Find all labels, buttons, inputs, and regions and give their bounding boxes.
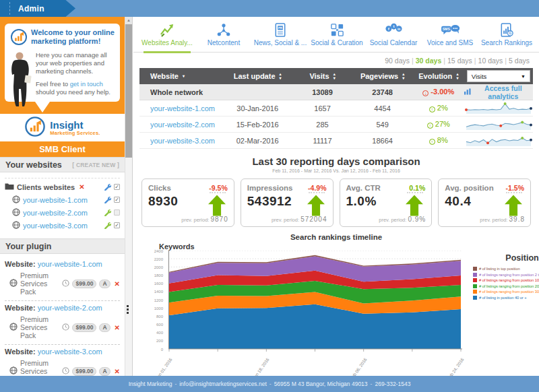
wrench-icon[interactable] xyxy=(104,196,111,203)
social-curation-icon xyxy=(309,22,365,38)
websites-analytics-icon xyxy=(139,22,195,38)
website-item: your-website-1.com✓ xyxy=(5,193,120,206)
website-label: Website: xyxy=(5,260,36,268)
evolution-value: ↑2% xyxy=(413,104,464,112)
top-bar: Admin xyxy=(0,0,539,17)
tab-label: Websites Analy... xyxy=(139,39,195,46)
header-pageviews[interactable]: Pageviews ▴▾ xyxy=(352,72,413,80)
filter-30days[interactable]: 30 days xyxy=(416,57,442,65)
tab-news-social[interactable]: PRNews, Social & ... xyxy=(252,17,309,52)
filter-separator: | xyxy=(443,57,445,65)
plugin-section-title: Your plugin xyxy=(5,242,52,251)
get-in-touch-link[interactable]: get in touch xyxy=(70,80,103,88)
legend-swatch xyxy=(473,273,477,277)
clock-icon[interactable] xyxy=(62,323,69,332)
insight-logo-icon xyxy=(10,28,28,48)
remove-plugin-button[interactable]: ✕ xyxy=(115,368,120,375)
scroll-up-button[interactable]: ▲ xyxy=(125,17,132,24)
website-link[interactable]: your-website-1.com xyxy=(139,104,222,112)
remove-plugin-button[interactable]: ✕ xyxy=(115,324,120,331)
website-checkbox[interactable] xyxy=(114,209,120,216)
legend-item: # of listings ranging from position 30 t… xyxy=(473,290,539,294)
tab-netcontent[interactable]: Netcontent xyxy=(195,17,252,52)
create-new-button[interactable]: [ CREATE NEW ] xyxy=(72,162,119,168)
sparkline-chart xyxy=(465,117,532,131)
globe-icon xyxy=(12,221,20,230)
tab-websites-analy[interactable]: Websites Analy... xyxy=(139,17,195,52)
module-tabs: Websites Analy...NetcontentPRNews, Socia… xyxy=(133,17,539,53)
wrench-icon[interactable] xyxy=(104,183,111,191)
ytick-label: 800 xyxy=(156,315,163,319)
comparison-title: Last 30 reporting days comparison xyxy=(133,156,539,167)
legend-title: Position xyxy=(473,253,539,263)
legend-item: # of listings ranging from position 2 to… xyxy=(473,273,539,277)
ytick-label: 2200 xyxy=(154,257,163,261)
ytick-label: 200 xyxy=(156,339,163,343)
tab-social-curation[interactable]: Social & Curation xyxy=(309,17,365,52)
header-website[interactable]: Website ▾ xyxy=(139,72,222,80)
kpi-card-avg-position: Avg. position-1.5%40.4prev. period: 39.8 xyxy=(438,178,531,227)
header-last-update[interactable]: Last update ▴▾ xyxy=(222,72,293,80)
website-checkbox[interactable]: ✓ xyxy=(114,222,120,228)
clock-icon[interactable] xyxy=(62,280,69,288)
legend-item: # of listing in top position xyxy=(473,267,539,271)
filter-90days[interactable]: 90 days xyxy=(385,57,410,65)
kpi-cards: Clicks-9.5%8930prev. period: 9870Impress… xyxy=(141,178,531,227)
kpi-prev-period: prev. period: 39.8 xyxy=(480,216,525,223)
kpi-change-pct: -1.5% xyxy=(506,184,524,192)
website-link[interactable]: your-website-2.com xyxy=(23,209,88,217)
delete-group-button[interactable]: ✕ xyxy=(79,183,84,191)
filter-10days[interactable]: 10 days xyxy=(478,57,503,65)
pack-name: Premium Services Pack xyxy=(20,315,59,339)
ytick-label: 600 xyxy=(156,323,163,327)
plugin-website-link[interactable]: your-website-3.com xyxy=(38,348,102,356)
filter-15days[interactable]: 15 days xyxy=(447,57,472,65)
legend-swatch xyxy=(473,284,477,288)
welcome-panel: Welcome to your online marketing platfor… xyxy=(0,17,125,114)
folder-icon xyxy=(5,183,14,191)
sort-icon: ▴▾ xyxy=(334,73,336,80)
legend-label: # of listings ranging from position 2 to… xyxy=(479,273,539,277)
footer-part: 269-332-1543 xyxy=(375,381,410,387)
header-visits[interactable]: Visits ▴▾ xyxy=(293,72,352,80)
plugin-website-link[interactable]: your-website-2.com xyxy=(38,304,102,312)
legend-label: # of listings ranging from position 10 t… xyxy=(479,278,539,282)
scrollbar-thumb[interactable] xyxy=(125,24,132,158)
tab-voice-and-sms[interactable]: SMSVoice and SMS xyxy=(422,17,478,52)
website-item: your-website-3.com✓ xyxy=(5,219,120,232)
panel-resize-grip[interactable] xyxy=(127,305,129,314)
pageviews-value: 18664 xyxy=(352,137,413,145)
website-link[interactable]: your-website-2.com xyxy=(139,121,222,129)
last-update: 02-Mar-2016 xyxy=(222,137,293,145)
wrench-icon[interactable] xyxy=(104,222,111,229)
footer-bar: Insight Marketing-info@insightmarketings… xyxy=(0,376,539,392)
metric-select[interactable]: Visits▼ xyxy=(467,70,530,82)
sidebar-scrollbar[interactable]: ▲ xyxy=(125,17,133,376)
tab-social-calendar[interactable]: ftinSocial Calendar xyxy=(365,17,422,52)
header-evolution[interactable]: Evolution ▴▾ xyxy=(413,72,464,80)
websites-list: Clients websites✕✓your-website-1.com✓you… xyxy=(0,172,125,238)
website-link[interactable]: your-website-3.com xyxy=(23,222,88,230)
globe-icon xyxy=(12,195,20,205)
plugins-list: Website: your-website-1.comPremium Servi… xyxy=(0,254,125,392)
clock-icon[interactable] xyxy=(62,367,69,376)
wrench-icon[interactable] xyxy=(104,209,111,216)
kpi-card-clicks: Clicks-9.5%8930prev. period: 9870 xyxy=(141,178,234,227)
website-link[interactable]: your-website-1.com xyxy=(23,196,88,204)
plugin-website-link[interactable]: your-website-1.com xyxy=(38,260,102,268)
filter-5days[interactable]: 5 days xyxy=(509,57,530,65)
admin-label: Admin xyxy=(0,4,44,13)
sort-icon: ▴▾ xyxy=(456,73,458,80)
admin-tab[interactable]: Admin xyxy=(0,0,75,17)
price-badge: $99.00 xyxy=(72,280,96,288)
website-checkbox[interactable]: ✓ xyxy=(114,197,120,203)
tab-label: Voice and SMS xyxy=(422,39,478,46)
ytick-label: 400 xyxy=(156,331,163,335)
website-link[interactable]: your-website-3.com xyxy=(139,137,222,145)
up-arrow-icon: ↑ xyxy=(429,106,435,112)
period-filters: 90 days|30 days|15 days|10 days|5 days xyxy=(133,53,539,67)
tab-search-rankings[interactable]: GSearch Rankings xyxy=(478,17,535,52)
remove-plugin-button[interactable]: ✕ xyxy=(115,280,120,288)
group-checkbox[interactable]: ✓ xyxy=(114,184,120,190)
access-full-analytics-link[interactable]: Access full analytics xyxy=(464,84,533,100)
